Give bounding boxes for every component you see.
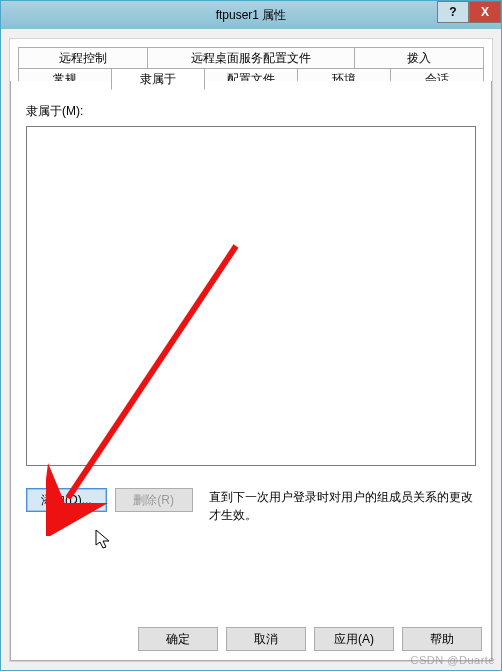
watermark: CSDN @Duarte	[411, 654, 495, 666]
dialog-body: 远程控制 远程桌面服务配置文件 拨入 常规 隶属于 配置文件 环境 会话 隶属于…	[9, 38, 493, 662]
tab-label: 远程控制	[59, 50, 107, 67]
help-button[interactable]: ?	[437, 1, 469, 23]
window-title: ftpuser1 属性	[1, 7, 501, 24]
help-icon: ?	[449, 5, 456, 19]
tab-dialin[interactable]: 拨入	[354, 47, 484, 69]
footer-row: 添加(D)... 删除(R) 直到下一次用户登录时对用户的组成员关系的更改才生效…	[26, 488, 476, 524]
tab-label: 拨入	[407, 50, 431, 67]
tab-rds-profile[interactable]: 远程桌面服务配置文件	[147, 47, 354, 69]
add-button[interactable]: 添加(D)...	[26, 488, 107, 512]
button-label: 删除(R)	[133, 492, 174, 509]
tab-remote-control[interactable]: 远程控制	[18, 47, 148, 69]
button-label: 帮助	[430, 631, 454, 648]
tab-label: 隶属于	[140, 71, 176, 88]
tab-label: 远程桌面服务配置文件	[191, 50, 311, 67]
button-label: 应用(A)	[334, 631, 374, 648]
groups-listbox[interactable]	[26, 126, 476, 466]
button-label: 取消	[254, 631, 278, 648]
help-dialog-button[interactable]: 帮助	[402, 627, 482, 651]
ok-button[interactable]: 确定	[138, 627, 218, 651]
cancel-button[interactable]: 取消	[226, 627, 306, 651]
hint-text: 直到下一次用户登录时对用户的组成员关系的更改才生效。	[209, 488, 476, 524]
properties-dialog: ftpuser1 属性 ? X 远程控制 远程桌面服务配置文件 拨入 常规 隶属…	[0, 0, 502, 671]
titlebar: ftpuser1 属性 ? X	[1, 1, 501, 29]
tab-row-top: 远程控制 远程桌面服务配置文件 拨入	[18, 47, 484, 69]
titlebar-buttons: ? X	[437, 1, 501, 23]
tab-memberof[interactable]: 隶属于	[111, 68, 205, 90]
memberof-label: 隶属于(M):	[26, 103, 476, 120]
button-label: 确定	[166, 631, 190, 648]
button-label: 添加(D)...	[41, 492, 92, 509]
remove-button[interactable]: 删除(R)	[115, 488, 193, 512]
tab-content: 隶属于(M): 添加(D)... 删除(R) 直到下一次用户登录时对用户的组成员…	[10, 81, 492, 661]
apply-button[interactable]: 应用(A)	[314, 627, 394, 651]
dialog-button-bar: 确定 取消 应用(A) 帮助	[138, 627, 482, 651]
close-icon: X	[481, 5, 489, 19]
close-button[interactable]: X	[469, 1, 501, 23]
